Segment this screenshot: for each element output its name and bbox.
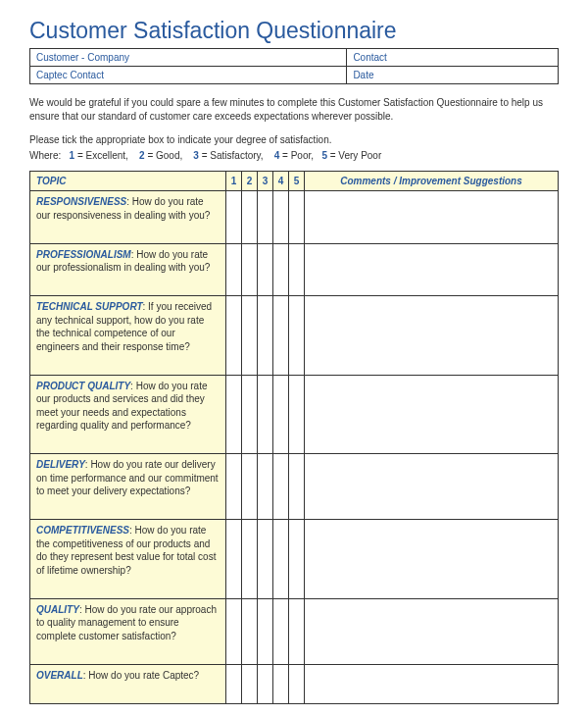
comments-cell[interactable] bbox=[305, 296, 559, 358]
comments-cell[interactable] bbox=[305, 279, 559, 296]
rating-box-3[interactable] bbox=[258, 436, 273, 454]
rating-box-3[interactable] bbox=[258, 243, 273, 279]
rating-box-3[interactable] bbox=[258, 502, 273, 520]
rating-box-4[interactable] bbox=[273, 279, 289, 296]
rating-box-2[interactable] bbox=[242, 598, 258, 646]
rating-box-4[interactable] bbox=[273, 664, 289, 686]
rating-box-5[interactable] bbox=[289, 646, 305, 664]
rating-box-2[interactable] bbox=[242, 436, 258, 454]
rating-box-2[interactable] bbox=[242, 664, 258, 686]
captec-contact-label[interactable]: Captec Contact bbox=[30, 67, 347, 84]
rating-box-3[interactable] bbox=[258, 375, 273, 436]
customer-company-label[interactable]: Customer - Company bbox=[30, 49, 347, 67]
rating-box-2[interactable] bbox=[242, 226, 258, 243]
rating-box-5[interactable] bbox=[289, 279, 305, 296]
rating-box-1[interactable] bbox=[226, 243, 242, 279]
rating-box-2[interactable] bbox=[242, 646, 258, 664]
rating-box-1[interactable] bbox=[226, 375, 242, 436]
rating-box-5[interactable] bbox=[289, 686, 305, 703]
rating-box-3[interactable] bbox=[258, 191, 273, 227]
rating-box-5[interactable] bbox=[289, 520, 305, 582]
rating-box-1[interactable] bbox=[226, 646, 242, 664]
rating-box-3[interactable] bbox=[258, 520, 273, 582]
rating-box-2[interactable] bbox=[242, 375, 258, 436]
comments-cell[interactable] bbox=[305, 357, 559, 375]
comments-cell[interactable] bbox=[305, 454, 559, 502]
rating-box-3[interactable] bbox=[258, 581, 273, 598]
rating-box-1[interactable] bbox=[226, 664, 242, 686]
rating-box-3[interactable] bbox=[258, 646, 273, 664]
comments-cell[interactable] bbox=[305, 598, 559, 646]
rating-box-3[interactable] bbox=[258, 296, 273, 358]
comments-cell[interactable] bbox=[305, 581, 559, 598]
rating-box-2[interactable] bbox=[242, 686, 258, 703]
comments-cell[interactable] bbox=[305, 520, 559, 582]
rating-box-1[interactable] bbox=[226, 296, 242, 358]
rating-box-4[interactable] bbox=[273, 502, 289, 520]
rating-box-2[interactable] bbox=[242, 357, 258, 375]
rating-box-3[interactable] bbox=[258, 357, 273, 375]
rating-box-5[interactable] bbox=[289, 598, 305, 646]
rating-box-5[interactable] bbox=[289, 502, 305, 520]
contact-label[interactable]: Contact bbox=[347, 49, 559, 67]
rating-box-4[interactable] bbox=[273, 520, 289, 582]
rating-box-3[interactable] bbox=[258, 686, 273, 703]
rating-box-3[interactable] bbox=[258, 454, 273, 502]
rating-box-3[interactable] bbox=[258, 279, 273, 296]
comments-cell[interactable] bbox=[305, 664, 559, 686]
rating-box-1[interactable] bbox=[226, 502, 242, 520]
rating-box-2[interactable] bbox=[242, 279, 258, 296]
rating-box-1[interactable] bbox=[226, 520, 242, 582]
comments-cell[interactable] bbox=[305, 226, 559, 243]
rating-box-2[interactable] bbox=[242, 191, 258, 227]
comments-cell[interactable] bbox=[305, 502, 559, 520]
comments-cell[interactable] bbox=[305, 686, 559, 703]
comments-cell[interactable] bbox=[305, 375, 559, 436]
rating-box-4[interactable] bbox=[273, 191, 289, 227]
rating-box-1[interactable] bbox=[226, 454, 242, 502]
rating-box-4[interactable] bbox=[273, 296, 289, 358]
rating-box-4[interactable] bbox=[273, 375, 289, 436]
comments-cell[interactable] bbox=[305, 646, 559, 664]
rating-box-5[interactable] bbox=[289, 243, 305, 279]
rating-box-4[interactable] bbox=[273, 243, 289, 279]
rating-box-2[interactable] bbox=[242, 502, 258, 520]
rating-box-5[interactable] bbox=[289, 375, 305, 436]
rating-box-5[interactable] bbox=[289, 664, 305, 686]
date-label[interactable]: Date bbox=[347, 67, 559, 84]
rating-box-2[interactable] bbox=[242, 581, 258, 598]
rating-box-5[interactable] bbox=[289, 357, 305, 375]
rating-box-5[interactable] bbox=[289, 191, 305, 227]
rating-box-4[interactable] bbox=[273, 686, 289, 703]
rating-box-1[interactable] bbox=[226, 581, 242, 598]
rating-box-4[interactable] bbox=[273, 226, 289, 243]
rating-box-5[interactable] bbox=[289, 226, 305, 243]
rating-box-3[interactable] bbox=[258, 598, 273, 646]
rating-box-1[interactable] bbox=[226, 191, 242, 227]
rating-box-4[interactable] bbox=[273, 646, 289, 664]
rating-box-5[interactable] bbox=[289, 296, 305, 358]
rating-box-1[interactable] bbox=[226, 279, 242, 296]
rating-box-4[interactable] bbox=[273, 436, 289, 454]
rating-box-2[interactable] bbox=[242, 520, 258, 582]
rating-box-1[interactable] bbox=[226, 686, 242, 703]
rating-box-2[interactable] bbox=[242, 454, 258, 502]
rating-box-4[interactable] bbox=[273, 357, 289, 375]
rating-box-1[interactable] bbox=[226, 357, 242, 375]
rating-box-1[interactable] bbox=[226, 598, 242, 646]
rating-box-5[interactable] bbox=[289, 454, 305, 502]
rating-box-1[interactable] bbox=[226, 436, 242, 454]
rating-box-4[interactable] bbox=[273, 454, 289, 502]
rating-box-1[interactable] bbox=[226, 226, 242, 243]
comments-cell[interactable] bbox=[305, 191, 559, 227]
rating-box-3[interactable] bbox=[258, 664, 273, 686]
rating-box-2[interactable] bbox=[242, 296, 258, 358]
rating-box-2[interactable] bbox=[242, 243, 258, 279]
rating-box-5[interactable] bbox=[289, 436, 305, 454]
comments-cell[interactable] bbox=[305, 436, 559, 454]
rating-box-4[interactable] bbox=[273, 598, 289, 646]
rating-box-3[interactable] bbox=[258, 226, 273, 243]
comments-cell[interactable] bbox=[305, 243, 559, 279]
rating-box-5[interactable] bbox=[289, 581, 305, 598]
rating-box-4[interactable] bbox=[273, 581, 289, 598]
